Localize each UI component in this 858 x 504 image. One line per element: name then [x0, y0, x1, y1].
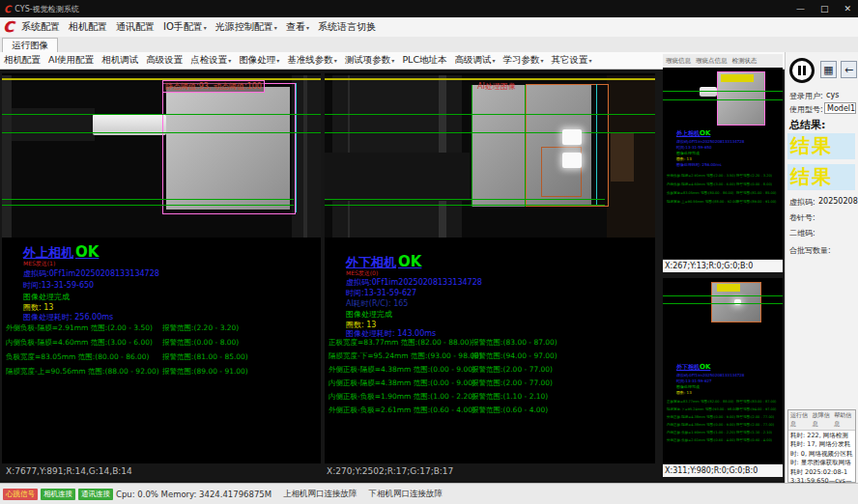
mini-threshold-highlight: [721, 74, 754, 82]
control-panel: ▦ ← 登录用户: cys 使用型号: Model1 总结果: 结果 结果 虚拟…: [785, 52, 858, 483]
pause-icon: [798, 66, 801, 75]
thumbnail-bottom-camera[interactable]: 外下相机OK 虚拟码:0Ff1im20250208133134728 时间:13…: [663, 278, 783, 463]
upper-camera-alarm: 上相机网口连接故障: [283, 489, 358, 500]
back-button[interactable]: ←: [841, 61, 857, 78]
alarm-range: 报警范围:(83.00 - 87.00): [472, 338, 558, 348]
menu-item-language-switch[interactable]: 系统语言切换: [318, 20, 376, 34]
measure-row: 正极宽度=83.77mm 范围:(82.00 - 88.00): [329, 338, 472, 348]
tool-image-process[interactable]: 图像处理▾: [239, 54, 279, 67]
thumb-header-defect-point-info[interactable]: 瑕疵点信息: [696, 57, 728, 66]
status-bar: 心跳信号 相机连接 通讯连接 Cpu: 0.0% Memory: 3424.41…: [0, 483, 858, 504]
alarm-range: 报警范围:(81.00 - 85.00): [162, 352, 248, 362]
app-window: C CYS-视觉检测系统 — □ ✕ C 系统配置 相机配置 通讯配置 IO手配…: [0, 0, 858, 504]
right-camera-view[interactable]: AI处理图像 外下相机OK MES发送(0) 虚拟码:0Ff1im2025020…: [325, 73, 655, 463]
process-elapsed: 图像处理耗时: 256.00ms: [23, 312, 113, 322]
alarm-range: 报警范围:(0.00 - 8.00): [162, 338, 239, 348]
measure-row: 隔膜宽度-上=90.56mm 范围:(88.00 - 92.00): [6, 367, 159, 377]
minimize-button[interactable]: —: [793, 4, 808, 14]
batch-count-label: 合批写数量:: [789, 245, 831, 256]
tool-baseline-params[interactable]: 基准线参数▾: [287, 54, 337, 67]
right-cursor-coords: X:270;Y:2502;R:17;G:17;B:17: [327, 466, 453, 476]
thumbnail-top-camera[interactable]: 外上相机OK 虚拟码:0Ff1im20250208133134728 时间:13…: [663, 68, 783, 259]
threshold-overlay-text: 静态阈值:93, 动态阈值:100: [162, 80, 265, 93]
status-ok: OK: [398, 253, 421, 270]
pause-button[interactable]: [789, 58, 815, 83]
thumb-top-coords: X:267;Y:13;R:0;G:0;B:0: [663, 260, 783, 272]
alarm-range: 报警范围:(2.00 - 77.00): [472, 365, 553, 375]
measure-row: 内侧正极-负极=1.90mm 范围:(1.00 - 2.20): [329, 392, 475, 402]
left-camera-view[interactable]: 静态阈值:93, 动态阈值:100 外上相机OK MES发送(1) 虚拟码:0F…: [2, 73, 321, 463]
alarm-range: 报警范围:(89.00 - 91.00): [162, 367, 248, 377]
info-tab-fault[interactable]: 故障信息: [813, 411, 832, 429]
menu-item-io-config[interactable]: IO手配置▾: [163, 20, 207, 34]
overlay-green-vline: [472, 85, 472, 207]
measure-row: 外侧正极-负极=2.61mm 范围:(0.60 - 4.00): [329, 406, 475, 415]
info-tab-run[interactable]: 运行信息: [790, 411, 810, 429]
result-box-top: 结果: [787, 133, 855, 159]
chevron-down-icon: ▾: [276, 57, 279, 64]
chevron-down-icon: ▾: [589, 57, 592, 64]
ai-elapsed: AI耗时(R/C): 165: [346, 298, 408, 309]
needle-number-label: 卷针号:: [789, 212, 815, 223]
tool-plc-address[interactable]: PLC地址本: [402, 54, 446, 67]
process-done: 图像处理完成: [23, 292, 70, 302]
model-input[interactable]: Model1: [824, 102, 856, 114]
keyboard-icon: ▦: [823, 64, 833, 76]
virtual-code-value: 20250208: [818, 197, 858, 206]
tool-other-settings[interactable]: 其它设置▾: [552, 54, 592, 67]
thumb-header-detect-state[interactable]: 检测状态: [732, 57, 758, 66]
led-reflection: [562, 129, 582, 145]
menu-item-system-config[interactable]: 系统配置: [21, 20, 60, 34]
process-done: 图像处理完成: [346, 309, 392, 320]
measure-row: 外侧正极-隔膜=4.38mm 范围:(0.00 - 9.00): [329, 365, 475, 375]
total-result-label: 总结果:: [789, 118, 825, 132]
info-tab-help[interactable]: 帮助信息: [834, 411, 853, 429]
thumb-header-defect-info[interactable]: 瑕疵信息: [666, 57, 691, 66]
mini-threshold-highlight: [717, 284, 740, 292]
menu-item-light-config[interactable]: 光源控制配置▾: [215, 20, 277, 34]
overlay-green-line: [2, 114, 321, 115]
app-icon: C: [4, 4, 11, 14]
tool-advanced-debug[interactable]: 高级调试▾: [455, 54, 496, 67]
overlay-green-line: [325, 132, 655, 133]
title-bar: C CYS-视觉检测系统 — □ ✕: [0, 0, 858, 17]
overlay-green-line: [2, 199, 294, 200]
thumb-bottom-coords: X:311;Y:980;R:0;G:0;B:0: [663, 464, 783, 477]
virtual-code: 虚拟码:0Ff1im20250208133134728: [23, 268, 159, 279]
right-camera-photo: AI处理图像: [325, 75, 655, 238]
overlay-green-line: [325, 199, 605, 200]
result-box-bottom: 结果: [787, 164, 855, 190]
chevron-down-icon: ▾: [274, 24, 277, 31]
alarm-range: 报警范围:(2.20 - 3.20): [162, 323, 239, 333]
menu-bar: C 系统配置 相机配置 通讯配置 IO手配置▾ 光源控制配置▾ 查看▾ 系统语言…: [0, 17, 858, 38]
overlay-cyan-line: [296, 83, 297, 212]
overlay-yellow-line: [325, 78, 655, 80]
info-box: 运行信息 故障信息 帮助信息 耗时: 222, 网络检测耗时: 17, 网络分发…: [787, 409, 856, 483]
capture-time: 时间:13-31-59-627: [346, 288, 416, 298]
status-ok: OK: [75, 243, 99, 261]
model-label: 使用型号:: [789, 104, 823, 115]
overlay-pink-rect: [162, 83, 296, 214]
thumbnail-header: 瑕疵信息 瑕疵点信息 检测状态: [663, 54, 783, 68]
capture-time: 时间:13-31-59-650: [23, 280, 94, 291]
menu-item-camera-config[interactable]: 相机配置: [69, 20, 107, 34]
tool-ai-config[interactable]: AI使用配置: [48, 54, 94, 67]
tool-test-params[interactable]: 测试项参数▾: [345, 54, 395, 67]
heartbeat-indicator: 心跳信号: [3, 489, 38, 500]
tool-advanced-settings[interactable]: 高级设置: [146, 54, 183, 67]
tool-spot-check[interactable]: 点检设置▾: [190, 54, 231, 67]
menu-item-view[interactable]: 查看▾: [286, 20, 309, 34]
alarm-range: 报警范围:(2.00 - 77.00): [472, 378, 553, 388]
chevron-down-icon: ▾: [391, 57, 394, 64]
tool-camera-config[interactable]: 相机配置: [4, 54, 41, 67]
tab-run-image[interactable]: 运行图像: [2, 38, 58, 53]
tool-camera-debug[interactable]: 相机调试: [101, 54, 138, 67]
menu-item-comm-config[interactable]: 通讯配置: [116, 20, 155, 34]
close-button[interactable]: ✕: [841, 4, 854, 14]
keyboard-button[interactable]: ▦: [820, 61, 837, 78]
measure-row: 隔膜宽度-下=95.24mm 范围:(93.00 - 98.00): [329, 351, 482, 361]
led-reflection: [562, 153, 582, 168]
tool-learning-params[interactable]: 学习参数▾: [503, 54, 544, 67]
overlay-green-line: [2, 205, 294, 206]
maximize-button[interactable]: □: [817, 4, 832, 14]
